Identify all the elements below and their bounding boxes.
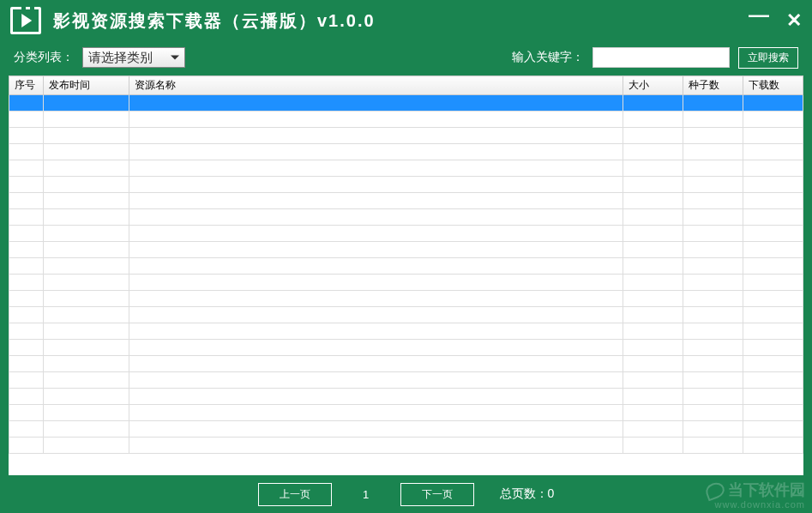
cell-name bbox=[129, 242, 623, 258]
prev-page-button[interactable]: 上一页 bbox=[258, 483, 332, 506]
cell-seq bbox=[9, 160, 44, 177]
col-downloads[interactable]: 下载数 bbox=[743, 76, 803, 95]
table-row[interactable] bbox=[9, 372, 803, 389]
table-row[interactable] bbox=[9, 356, 803, 372]
table-row[interactable] bbox=[9, 144, 803, 160]
table-row[interactable] bbox=[9, 389, 803, 405]
cell-size bbox=[623, 242, 683, 258]
searchbar: 分类列表： 请选择类别 输入关键字： 立即搜索 bbox=[0, 41, 812, 74]
cell-seeds bbox=[683, 209, 743, 226]
cell-published bbox=[44, 128, 129, 144]
cell-size bbox=[623, 307, 683, 323]
cell-seq bbox=[9, 144, 44, 160]
cell-published bbox=[44, 275, 129, 291]
cell-size bbox=[623, 275, 683, 291]
cell-downloads bbox=[743, 193, 803, 209]
cell-published bbox=[44, 307, 129, 323]
cell-published bbox=[44, 144, 129, 160]
total-pages: 总页数：0 bbox=[500, 486, 555, 502]
pager: 上一页 1 下一页 总页数：0 bbox=[0, 475, 812, 513]
col-published[interactable]: 发布时间 bbox=[44, 76, 129, 95]
table-row[interactable] bbox=[9, 160, 803, 177]
dropdown-value: 请选择类别 bbox=[88, 50, 153, 66]
table-row[interactable] bbox=[9, 340, 803, 356]
table-row[interactable] bbox=[9, 112, 803, 128]
cell-downloads bbox=[743, 258, 803, 275]
col-seeds[interactable]: 种子数 bbox=[683, 76, 743, 95]
cell-name bbox=[129, 275, 623, 291]
cell-seeds bbox=[683, 275, 743, 291]
cell-published bbox=[44, 242, 129, 258]
current-page: 1 bbox=[358, 488, 375, 501]
cell-seq bbox=[9, 389, 44, 405]
table-row[interactable] bbox=[9, 177, 803, 193]
cell-name bbox=[129, 405, 623, 421]
cell-published bbox=[44, 356, 129, 372]
cell-seq bbox=[9, 242, 44, 258]
cell-name bbox=[129, 193, 623, 209]
cell-seeds bbox=[683, 405, 743, 421]
cell-seq bbox=[9, 438, 44, 454]
keyword-input[interactable] bbox=[592, 47, 730, 68]
app-window: 影视资源搜索下载器（云播版）v1.0.0 — ✕ 分类列表： 请选择类别 输入关… bbox=[0, 0, 812, 513]
table-header-row: 序号 发布时间 资源名称 大小 种子数 下载数 bbox=[9, 76, 803, 95]
cell-name bbox=[129, 128, 623, 144]
cell-size bbox=[623, 438, 683, 454]
cell-name bbox=[129, 421, 623, 438]
table-row[interactable] bbox=[9, 209, 803, 226]
cell-name bbox=[129, 160, 623, 177]
app-logo-icon bbox=[10, 7, 41, 34]
table-row[interactable] bbox=[9, 258, 803, 275]
table-row[interactable] bbox=[9, 291, 803, 307]
chevron-down-icon bbox=[171, 56, 179, 60]
category-dropdown[interactable]: 请选择类别 bbox=[82, 47, 185, 68]
cell-published bbox=[44, 258, 129, 275]
table-row[interactable] bbox=[9, 307, 803, 323]
cell-seq bbox=[9, 128, 44, 144]
close-button[interactable]: ✕ bbox=[786, 9, 802, 32]
cell-name bbox=[129, 438, 623, 454]
cell-downloads bbox=[743, 160, 803, 177]
window-controls: — ✕ bbox=[749, 9, 802, 32]
minimize-button[interactable]: — bbox=[749, 9, 769, 32]
cell-seeds bbox=[683, 95, 743, 112]
search-button[interactable]: 立即搜索 bbox=[738, 47, 798, 69]
cell-published bbox=[44, 389, 129, 405]
cell-name bbox=[129, 112, 623, 128]
cell-seq bbox=[9, 226, 44, 242]
col-seq[interactable]: 序号 bbox=[9, 76, 44, 95]
cell-size bbox=[623, 128, 683, 144]
table-row[interactable] bbox=[9, 95, 803, 112]
cell-seq bbox=[9, 421, 44, 438]
table-row[interactable] bbox=[9, 226, 803, 242]
cell-seeds bbox=[683, 340, 743, 356]
cell-downloads bbox=[743, 421, 803, 438]
table-row[interactable] bbox=[9, 193, 803, 209]
table-row[interactable] bbox=[9, 438, 803, 454]
next-page-button[interactable]: 下一页 bbox=[400, 483, 474, 506]
cell-downloads bbox=[743, 209, 803, 226]
cell-seeds bbox=[683, 421, 743, 438]
table-body bbox=[9, 95, 803, 454]
titlebar[interactable]: 影视资源搜索下载器（云播版）v1.0.0 — ✕ bbox=[0, 0, 812, 41]
table-row[interactable] bbox=[9, 405, 803, 421]
table-row[interactable] bbox=[9, 128, 803, 144]
cell-size bbox=[623, 356, 683, 372]
table-row[interactable] bbox=[9, 275, 803, 291]
cell-name bbox=[129, 226, 623, 242]
cell-seq bbox=[9, 95, 44, 112]
table-row[interactable] bbox=[9, 323, 803, 340]
table-row[interactable] bbox=[9, 242, 803, 258]
cell-seeds bbox=[683, 389, 743, 405]
cell-published bbox=[44, 340, 129, 356]
cell-name bbox=[129, 356, 623, 372]
cell-seq bbox=[9, 193, 44, 209]
cell-downloads bbox=[743, 291, 803, 307]
cell-downloads bbox=[743, 323, 803, 340]
col-size[interactable]: 大小 bbox=[623, 76, 683, 95]
col-name[interactable]: 资源名称 bbox=[129, 76, 623, 95]
cell-size bbox=[623, 291, 683, 307]
table-row[interactable] bbox=[9, 421, 803, 438]
cell-downloads bbox=[743, 112, 803, 128]
cell-published bbox=[44, 226, 129, 242]
